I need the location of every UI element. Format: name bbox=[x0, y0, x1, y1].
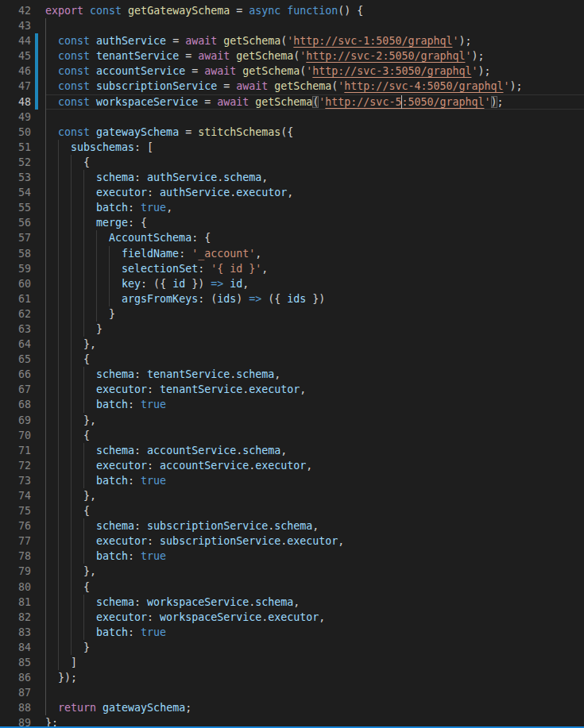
gutter[interactable]: 46 bbox=[0, 64, 45, 79]
line-number[interactable]: 43 bbox=[18, 18, 31, 33]
gutter[interactable]: 71 bbox=[0, 443, 45, 458]
gutter[interactable]: 51 bbox=[0, 140, 45, 155]
code-line[interactable]: 65 { bbox=[0, 352, 584, 367]
code-line[interactable]: 52 { bbox=[0, 155, 584, 170]
line-number[interactable]: 55 bbox=[18, 200, 31, 215]
gutter[interactable]: 54 bbox=[0, 185, 45, 200]
url-link-token[interactable]: :5050/graphql bbox=[401, 96, 484, 108]
code-line[interactable]: 70 { bbox=[0, 428, 584, 443]
code-line[interactable]: 60 key: ({ id }) => id, bbox=[0, 276, 584, 291]
line-number[interactable]: 73 bbox=[18, 473, 31, 488]
gutter[interactable]: 78 bbox=[0, 549, 45, 564]
code-line[interactable]: 71 schema: accountService.schema, bbox=[0, 443, 584, 458]
code-line[interactable]: 75 { bbox=[0, 503, 584, 518]
code-line[interactable]: 62 } bbox=[0, 306, 584, 322]
line-number[interactable]: 78 bbox=[18, 549, 31, 564]
editor[interactable]: 42export const getGatewaySchema = async … bbox=[0, 0, 584, 728]
code-line[interactable]: 82 executor: workspaceService.executor, bbox=[0, 610, 584, 625]
gutter[interactable]: 74 bbox=[0, 488, 45, 503]
gutter[interactable]: 61 bbox=[0, 291, 45, 306]
line-number[interactable]: 77 bbox=[18, 533, 31, 549]
line-number[interactable]: 86 bbox=[18, 670, 31, 685]
git-modified-indicator[interactable] bbox=[35, 48, 38, 64]
line-number[interactable]: 44 bbox=[18, 33, 31, 48]
line-number[interactable]: 59 bbox=[18, 261, 31, 276]
line-number[interactable]: 58 bbox=[18, 246, 31, 261]
gutter[interactable]: 62 bbox=[0, 306, 45, 322]
line-number[interactable]: 50 bbox=[18, 125, 31, 140]
gutter[interactable]: 88 bbox=[0, 700, 45, 715]
gutter[interactable]: 73 bbox=[0, 473, 45, 488]
line-number[interactable]: 56 bbox=[18, 215, 31, 230]
gutter[interactable]: 60 bbox=[0, 276, 45, 291]
line-number[interactable]: 54 bbox=[18, 185, 31, 200]
line-number[interactable]: 63 bbox=[18, 322, 31, 337]
line-number[interactable]: 68 bbox=[18, 397, 31, 412]
line-number[interactable]: 75 bbox=[18, 503, 31, 518]
gutter[interactable]: 85 bbox=[0, 655, 45, 670]
line-number[interactable]: 72 bbox=[18, 458, 31, 473]
gutter[interactable]: 76 bbox=[0, 518, 45, 533]
gutter[interactable]: 72 bbox=[0, 458, 45, 473]
code-line[interactable]: 46 const accountService = await getSchem… bbox=[0, 64, 584, 79]
code-line[interactable]: 61 argsFromKeys: (ids) => ({ ids }) bbox=[0, 291, 584, 306]
gutter[interactable]: 80 bbox=[0, 580, 45, 595]
url-link-token[interactable]: http://svc-3:5050/graphql bbox=[312, 65, 471, 77]
gutter[interactable]: 47 bbox=[0, 79, 45, 94]
line-number[interactable]: 79 bbox=[18, 564, 31, 579]
code-line[interactable]: 80 { bbox=[0, 580, 584, 595]
gutter[interactable]: 48 bbox=[0, 94, 45, 110]
code-line[interactable]: 85 ] bbox=[0, 655, 584, 670]
line-number[interactable]: 47 bbox=[18, 79, 31, 94]
code-line[interactable]: 63 } bbox=[0, 322, 584, 337]
code-line[interactable]: 77 executor: subscriptionService.executo… bbox=[0, 533, 584, 549]
code-line[interactable]: 54 executor: authService.executor, bbox=[0, 185, 584, 200]
gutter[interactable]: 83 bbox=[0, 625, 45, 640]
git-modified-indicator[interactable] bbox=[35, 33, 38, 48]
code-line[interactable]: 81 schema: workspaceService.schema, bbox=[0, 595, 584, 610]
line-number[interactable]: 52 bbox=[18, 155, 31, 170]
gutter[interactable]: 63 bbox=[0, 322, 45, 337]
code-line[interactable]: 57 AccountSchema: { bbox=[0, 230, 584, 245]
line-number[interactable]: 49 bbox=[18, 110, 31, 125]
code-line[interactable]: 55 batch: true, bbox=[0, 200, 584, 215]
gutter[interactable]: 44 bbox=[0, 33, 45, 48]
line-number[interactable]: 42 bbox=[18, 3, 31, 18]
gutter[interactable]: 65 bbox=[0, 352, 45, 367]
code-line[interactable]: 73 batch: true bbox=[0, 473, 584, 488]
line-number[interactable]: 51 bbox=[18, 140, 31, 155]
code-line[interactable]: 45 const tenantService = await getSchema… bbox=[0, 48, 584, 64]
git-modified-indicator[interactable] bbox=[35, 94, 38, 110]
line-number[interactable]: 65 bbox=[18, 352, 31, 367]
line-number[interactable]: 84 bbox=[18, 640, 31, 655]
line-number[interactable]: 67 bbox=[18, 382, 31, 397]
gutter[interactable]: 75 bbox=[0, 503, 45, 518]
gutter[interactable]: 70 bbox=[0, 428, 45, 443]
line-number[interactable]: 64 bbox=[18, 337, 31, 352]
line-number[interactable]: 88 bbox=[18, 700, 31, 715]
code-line[interactable]: 59 selectionSet: '{ id }', bbox=[0, 261, 584, 276]
line-number[interactable]: 69 bbox=[18, 413, 31, 428]
line-number[interactable]: 76 bbox=[18, 518, 31, 533]
code-line[interactable]: 69 }, bbox=[0, 413, 584, 428]
line-number[interactable]: 80 bbox=[18, 580, 31, 595]
line-number[interactable]: 48 bbox=[18, 94, 31, 110]
line-number[interactable]: 57 bbox=[18, 230, 31, 245]
url-link-token[interactable]: http://svc-1:5050/graphql bbox=[293, 35, 452, 47]
code-line[interactable]: 42export const getGatewaySchema = async … bbox=[0, 3, 584, 18]
gutter[interactable]: 77 bbox=[0, 533, 45, 549]
code-line[interactable]: 68 batch: true bbox=[0, 397, 584, 412]
line-number[interactable]: 62 bbox=[18, 306, 31, 322]
gutter[interactable]: 69 bbox=[0, 413, 45, 428]
line-number[interactable]: 83 bbox=[18, 625, 31, 640]
gutter[interactable]: 86 bbox=[0, 670, 45, 685]
gutter[interactable]: 84 bbox=[0, 640, 45, 655]
gutter[interactable]: 55 bbox=[0, 200, 45, 215]
line-number[interactable]: 74 bbox=[18, 488, 31, 503]
line-number[interactable]: 45 bbox=[18, 48, 31, 64]
gutter[interactable]: 82 bbox=[0, 610, 45, 625]
gutter[interactable]: 52 bbox=[0, 155, 45, 170]
code-line[interactable]: 51 subschemas: [ bbox=[0, 140, 584, 155]
code-line[interactable]: 66 schema: tenantService.schema, bbox=[0, 367, 584, 382]
line-number[interactable]: 85 bbox=[18, 655, 31, 670]
